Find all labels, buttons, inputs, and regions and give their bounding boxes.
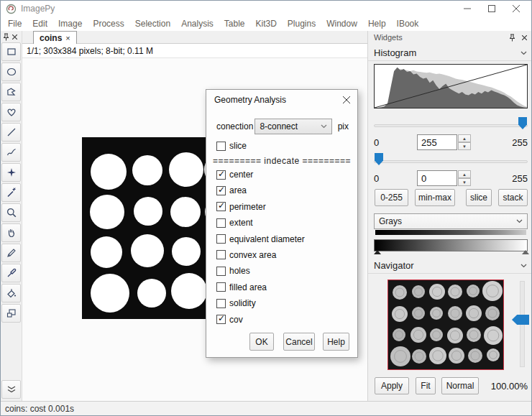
fill-icon	[6, 287, 17, 299]
apply-button[interactable]: Apply	[375, 377, 409, 394]
stack-button[interactable]: stack	[498, 189, 528, 206]
pin-icon[interactable]	[507, 32, 517, 42]
option-filled-area: filled area	[216, 282, 305, 293]
navigator-section-title: Navigator	[374, 260, 414, 271]
normal-button[interactable]: Normal	[441, 377, 479, 394]
close-icon[interactable]	[504, 1, 528, 17]
connection-select[interactable]: 8-connect	[254, 119, 331, 134]
point-tool[interactable]	[1, 163, 21, 182]
0-255-button[interactable]: 0-255	[375, 189, 408, 206]
min-spinner-input[interactable]	[417, 170, 457, 186]
pan-icon	[6, 227, 17, 239]
menu-item-table[interactable]: Table	[220, 17, 249, 30]
area-checkbox[interactable]: ✓	[216, 186, 226, 195]
holes-checkbox[interactable]	[216, 267, 226, 276]
tab-close-icon[interactable]: ×	[65, 34, 70, 42]
tab-coins[interactable]: coins ×	[33, 31, 77, 44]
pencil-tool[interactable]	[1, 244, 21, 262]
min-max-button[interactable]: min-max	[415, 189, 455, 206]
lut-select[interactable]: Grays	[374, 213, 528, 229]
gradient-right-handle[interactable]	[522, 250, 529, 254]
magic-wand-tool[interactable]	[1, 183, 21, 202]
menu-item-analysis[interactable]: Analysis	[177, 17, 218, 30]
polygon-tool[interactable]	[1, 83, 21, 101]
histogram-buttons: 0-255min-maxslicestack	[374, 189, 528, 206]
ok-button[interactable]: OK	[249, 333, 274, 351]
lut-gradient-bar[interactable]	[374, 239, 528, 251]
solidity-checkbox[interactable]	[216, 299, 226, 308]
navigator-thumbnail[interactable]	[387, 279, 504, 370]
cov-checkbox[interactable]: ✓	[216, 315, 226, 324]
statusbar: coins: cost 0.001s	[1, 401, 531, 416]
window-controls	[455, 1, 528, 17]
slice-button[interactable]: slice	[466, 189, 492, 206]
center-checkbox[interactable]: ✓	[216, 170, 226, 180]
menu-item-selection[interactable]: Selection	[131, 17, 175, 30]
option-extent: extent	[216, 217, 305, 228]
option-label: equivalent diameter	[229, 234, 305, 244]
duplicate-tool[interactable]	[1, 304, 21, 323]
gradient-left-handle[interactable]	[374, 250, 381, 254]
navigator-section-header[interactable]: Navigator	[368, 258, 532, 274]
connection-unit-label: pix	[338, 121, 349, 131]
help-button[interactable]: Help	[323, 333, 349, 351]
cancel-button[interactable]: Cancel	[283, 333, 315, 351]
toolbar-overflow-button[interactable]	[1, 380, 21, 399]
spinner-down-icon[interactable]: ▼	[458, 142, 471, 150]
color-picker-icon	[6, 267, 17, 279]
option-label: extent	[229, 218, 253, 228]
slice-checkbox[interactable]	[216, 142, 226, 151]
fill-tool[interactable]	[1, 284, 21, 302]
min-slider-handle[interactable]	[375, 153, 383, 165]
equivalent-diameter-checkbox[interactable]	[216, 234, 226, 244]
minimize-icon[interactable]	[455, 1, 480, 17]
widgets-close-icon[interactable]	[519, 32, 529, 42]
option-label: convex area	[229, 250, 276, 260]
min-slider-track[interactable]	[374, 160, 528, 163]
menu-item-window[interactable]: Window	[322, 17, 362, 30]
ellipse-tool[interactable]	[1, 63, 21, 81]
menu-item-ibook[interactable]: IBook	[393, 17, 423, 30]
filled-area-checkbox[interactable]	[216, 282, 226, 292]
spinner-up-icon[interactable]: ▲	[458, 134, 471, 142]
pencil-icon	[6, 247, 17, 259]
dialog-titlebar[interactable]: Geometry Analysis	[206, 90, 357, 110]
max-spinner-input[interactable]	[417, 134, 457, 150]
curve-tool[interactable]	[1, 143, 21, 162]
menu-item-process[interactable]: Process	[88, 17, 128, 30]
histogram-section-title: Histogram	[374, 47, 416, 58]
extent-checkbox[interactable]	[216, 218, 226, 228]
widgets-panel: Widgets Histogram 0 ▲ ▼ 255	[367, 31, 532, 401]
max-slider-handle[interactable]	[518, 117, 527, 129]
slice-label: slice	[229, 141, 247, 151]
line-icon	[6, 126, 17, 138]
maximize-icon[interactable]	[480, 1, 504, 17]
perimeter-checkbox[interactable]: ✓	[216, 202, 226, 211]
convex-area-checkbox[interactable]	[216, 250, 226, 259]
menu-item-help[interactable]: Help	[364, 17, 390, 30]
histogram-section-header[interactable]: Histogram	[368, 45, 532, 61]
checkmark-icon: ✓	[218, 185, 225, 195]
menu-item-image[interactable]: Image	[54, 17, 86, 30]
spinner-up-icon[interactable]: ▲	[458, 170, 471, 178]
dialog-close-icon[interactable]	[336, 90, 357, 110]
menu-item-plugins[interactable]: Plugins	[283, 17, 320, 30]
line-tool[interactable]	[1, 123, 21, 142]
menu-item-file[interactable]: File	[4, 17, 26, 30]
menu-item-edit[interactable]: Edit	[28, 17, 52, 30]
navigator-zoom-handle[interactable]	[512, 315, 529, 325]
pin-icon[interactable]	[3, 33, 9, 41]
pan-tool[interactable]	[1, 223, 21, 242]
zoom-tool[interactable]	[1, 203, 21, 222]
toolbar-close-icon[interactable]	[12, 34, 17, 40]
spinner-down-icon[interactable]: ▼	[458, 178, 471, 186]
fit-button[interactable]: Fit	[416, 377, 436, 394]
freehand-tool[interactable]	[1, 103, 21, 121]
option-label: area	[229, 185, 247, 195]
max-slider-track[interactable]	[374, 124, 528, 127]
rectangle-tool[interactable]	[1, 42, 21, 61]
color-picker-tool[interactable]	[1, 264, 21, 282]
checkmark-icon: ✓	[218, 169, 225, 179]
toolbar-pane-header	[1, 31, 22, 42]
menu-item-kit3d[interactable]: Kit3D	[252, 17, 281, 30]
